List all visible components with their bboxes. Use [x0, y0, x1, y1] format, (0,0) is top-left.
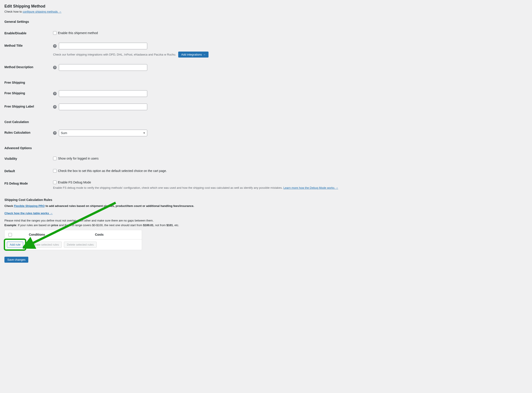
section-adv: Advanced Options	[5, 146, 524, 151]
free-shipping-label-input[interactable]	[59, 103, 147, 110]
help-icon[interactable]: ?	[53, 44, 57, 48]
label-method-title: Method Title	[5, 39, 51, 61]
method-title-note: Check our further shipping integrations …	[53, 53, 176, 56]
rules-heading: Shipping Cost Calculation Rules	[5, 198, 526, 203]
example-label: Example	[5, 223, 16, 227]
add-integrations-button[interactable]: Add integrations →	[178, 52, 208, 58]
rules-table-how-link[interactable]: Check how the rules table works →	[5, 211, 53, 215]
visibility-checkbox-label: Show only for logged in users	[58, 157, 99, 160]
help-icon[interactable]: ?	[53, 105, 57, 109]
section-free: Free Shipping	[5, 81, 524, 86]
intro-prefix: Check how to	[5, 10, 23, 13]
range-note: Please mind that the ranges you define m…	[5, 219, 526, 222]
col-costs: Costs	[57, 230, 142, 239]
help-icon[interactable]: ?	[53, 131, 57, 135]
label-default: Default	[5, 165, 51, 177]
rules-calc-select[interactable]: Sum	[59, 130, 147, 136]
enable-checkbox[interactable]	[53, 31, 57, 35]
debug-checkbox[interactable]	[53, 181, 57, 184]
delete-rules-button: Delete selected rules	[64, 242, 97, 248]
rules-check-pre: Check	[5, 204, 14, 208]
flexible-shipping-pro-link[interactable]: Flexible Shipping PRO	[14, 204, 45, 208]
debug-checkbox-label: Enable FS Debug Mode	[58, 181, 91, 184]
default-checkbox-label: Check the box to set this option as the …	[58, 169, 167, 173]
label-enable: Enable/Disable	[5, 27, 51, 39]
duplicate-rules-button: Duplicate selected rules	[25, 242, 62, 248]
page-title: Edit Shipping Method	[5, 2, 526, 10]
select-all-rules-checkbox[interactable]	[8, 233, 12, 236]
help-icon[interactable]: ?	[53, 92, 57, 95]
label-rules-calc: Rules Calculation	[5, 126, 51, 140]
debug-toggle[interactable]: Enable FS Debug Mode	[53, 181, 91, 184]
section-general: General Settings	[5, 15, 526, 25]
col-conditions: Conditions	[17, 230, 57, 239]
help-icon[interactable]: ?	[53, 66, 57, 69]
debug-link[interactable]: Learn more how the Debug Mode works →	[283, 186, 338, 189]
label-free-shipping: Free Shipping	[5, 87, 51, 100]
visibility-checkbox[interactable]	[53, 157, 57, 160]
configure-methods-link[interactable]: configure shipping methods →	[23, 10, 62, 13]
label-method-desc: Method Description	[5, 61, 51, 74]
debug-desc: Enable FS debug mode to verify the shipp…	[53, 186, 283, 189]
method-desc-input[interactable]	[59, 64, 147, 71]
method-title-input[interactable]	[59, 43, 147, 49]
rules-check-post: to add advanced rules based on shipment …	[45, 204, 194, 208]
visibility-toggle[interactable]: Show only for logged in users	[53, 157, 99, 160]
label-debug: FS Debug Mode	[5, 177, 51, 193]
rules-table: Conditions Costs Add rule Duplicate sele…	[5, 230, 142, 250]
add-integrations-label: Add integrations →	[181, 53, 206, 56]
label-free-shipping-label: Free Shipping Label	[5, 100, 51, 113]
enable-checkbox-label: Enable this shipment method	[58, 31, 98, 35]
default-checkbox[interactable]	[53, 169, 57, 173]
section-cost: Cost Calculation	[5, 120, 524, 125]
free-shipping-input[interactable]	[59, 90, 147, 97]
enable-toggle[interactable]: Enable this shipment method	[53, 31, 98, 35]
label-visibility: Visibility	[5, 152, 51, 165]
save-changes-button[interactable]: Save changes	[5, 257, 28, 263]
add-rule-button[interactable]: Add rule	[7, 242, 23, 248]
default-toggle[interactable]: Check the box to set this option as the …	[53, 169, 167, 173]
